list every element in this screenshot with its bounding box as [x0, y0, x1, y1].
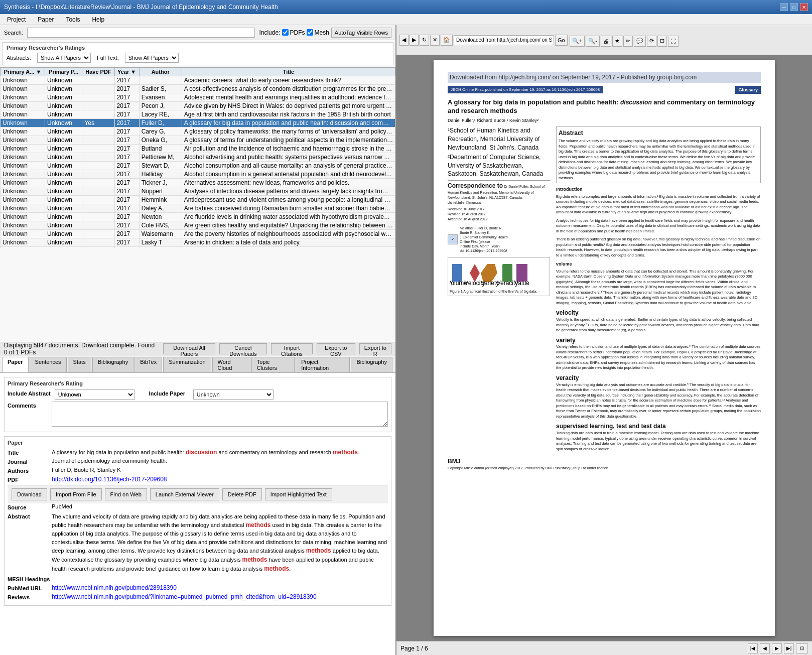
pdf-zoom-in[interactable]: 🔍+: [570, 36, 585, 47]
include-abstract-select[interactable]: Unknown: [55, 389, 135, 400]
launch-external-viewer-btn[interactable]: Launch External Viewer: [150, 488, 219, 500]
veracity-section: veracity Veracity is ensuring big data a…: [556, 374, 761, 419]
pdf-url-bar[interactable]: [454, 35, 554, 45]
pdf-back-btn[interactable]: ◀: [399, 35, 409, 46]
table-row[interactable]: UnknownUnknown2017Tickner J,Alternatives…: [1, 179, 395, 187]
pubmed-link[interactable]: http://www.ncbi.nlm.nih.gov/pubmed/28918…: [52, 584, 177, 591]
export-csv-btn[interactable]: Export to CSV: [317, 343, 355, 354]
table-cell-4: Daley A,: [139, 204, 182, 213]
download-all-btn[interactable]: Download All Papers: [163, 343, 215, 354]
table-cell-4: Halliday: [139, 170, 182, 179]
table-row[interactable]: UnknownUnknown2017NoppertAnalyses of inf…: [1, 187, 395, 196]
table-row[interactable]: UnknownUnknown2017HemminkAntidepressant …: [1, 196, 395, 204]
import-from-file-btn[interactable]: Import From File: [50, 488, 102, 500]
pdf-rotate[interactable]: ⟳: [647, 36, 656, 47]
pdf-footer: Page 1 / 6 |◀ ◀ ▶ ▶| ⊡: [396, 641, 812, 655]
delete-pdf-btn[interactable]: Delete PDF: [222, 488, 262, 500]
col-header-title[interactable]: Title: [182, 68, 395, 76]
minimize-button[interactable]: ─: [780, 3, 788, 11]
reviews-link[interactable]: http://www.ncbi.nlm.nih.gov/pubmed/?link…: [52, 593, 317, 600]
tab-bibtex[interactable]: BibTex: [134, 357, 162, 372]
tab-project-info[interactable]: Project Information: [296, 357, 350, 372]
table-row[interactable]: UnknownUnknownYes2017Fuller D,A glossary…: [1, 119, 395, 127]
pdf-first-page[interactable]: |◀: [748, 643, 758, 653]
pdf-next-page[interactable]: ▶: [772, 643, 782, 653]
table-row[interactable]: UnknownUnknown2017Pecon J,Advice given b…: [1, 102, 395, 110]
table-row[interactable]: UnknownUnknown2017Daley A,Are babies con…: [1, 204, 395, 213]
pdf-refresh-btn[interactable]: ↻: [420, 35, 429, 46]
pdf-fit-page[interactable]: ⊡: [657, 36, 667, 47]
pdf-bookmark[interactable]: ★: [612, 36, 622, 47]
pdf-comment[interactable]: 💬: [634, 36, 646, 47]
pdf-zoom-out[interactable]: 🔍-: [586, 36, 600, 47]
abstract-value: The volume and velocity of data are grow…: [52, 512, 388, 574]
table-row[interactable]: UnknownUnknown2017Petticrew M,Alcohol ad…: [1, 153, 395, 162]
table-cell-5: Are green cities healthy and equitable? …: [182, 221, 395, 230]
pdf-print[interactable]: 🖨: [601, 36, 611, 47]
pdf-fullscreen[interactable]: ⛶: [668, 36, 679, 47]
table-row[interactable]: UnknownUnknown2017Cole HVS,Are green cit…: [1, 221, 395, 230]
tab-bibliography[interactable]: Bibliography: [92, 357, 134, 372]
col-header-year[interactable]: Year ▼: [114, 68, 139, 76]
menu-tools[interactable]: Tools: [63, 15, 83, 24]
import-highlighted-text-btn[interactable]: Import Highlighted Text: [265, 488, 332, 500]
tab-bibliography2[interactable]: Bibliography: [351, 357, 392, 372]
col-header-primary-p[interactable]: Primary P...: [45, 68, 82, 76]
table-row[interactable]: UnknownUnknown2017Carey G,A glossary of …: [1, 127, 395, 136]
pdf-home-btn[interactable]: 🏠: [441, 35, 453, 46]
papers-table-wrapper[interactable]: Primary A... ▼ Primary P... Have PDF Yea…: [0, 67, 395, 248]
menu-paper[interactable]: Paper: [35, 15, 57, 24]
pdf-go-btn[interactable]: Go: [555, 35, 568, 46]
download-btn[interactable]: Download: [12, 488, 47, 500]
fulltext-select[interactable]: Show All Papers: [125, 53, 179, 63]
col-header-have-pdf[interactable]: Have PDF: [82, 68, 114, 76]
col-header-primary-a[interactable]: Primary A... ▼: [1, 68, 45, 76]
pdf-zoom-fit[interactable]: ⊡: [796, 643, 808, 653]
table-row[interactable]: UnknownUnknown2017ButlandAir pollution a…: [1, 145, 395, 153]
table-row[interactable]: UnknownUnknown2017WalsemannAre the pover…: [1, 230, 395, 238]
cancel-downloads-btn[interactable]: Cancel Downloads: [219, 343, 267, 354]
tab-sentences[interactable]: Sentences: [30, 357, 67, 372]
table-row[interactable]: UnknownUnknown2017KantersAssessing the m…: [1, 247, 395, 248]
pdf-forward-btn[interactable]: ▶: [410, 35, 419, 46]
table-row[interactable]: UnknownUnknown2017Lasky TArsenic in chic…: [1, 238, 395, 247]
table-row[interactable]: UnknownUnknown2017Stewart D,Alcohol cons…: [1, 162, 395, 170]
tab-stats[interactable]: Stats: [68, 357, 91, 372]
table-cell-0: Unknown: [1, 213, 45, 221]
search-input[interactable]: [27, 28, 255, 38]
pdf-viewer[interactable]: Downloaded from http://jech.bmj.com/ on …: [396, 55, 812, 641]
pdf-highlight[interactable]: ✏: [623, 36, 633, 47]
table-row[interactable]: UnknownUnknown2017Sadler S,A cost-effect…: [1, 85, 395, 93]
mesh-checkbox[interactable]: [307, 29, 313, 36]
include-paper-select[interactable]: Unknown: [193, 389, 274, 400]
close-button[interactable]: ✕: [800, 3, 808, 11]
table-cell-1: Unknown: [45, 102, 82, 110]
pdf-link[interactable]: http://dx.doi.org/10.1136/jech-2017-2096…: [52, 476, 167, 483]
pdf-prev-page[interactable]: ◀: [760, 643, 770, 653]
abstracts-select[interactable]: Show All Papers: [37, 53, 91, 63]
tab-summarization[interactable]: Summarization: [163, 357, 211, 372]
tab-paper[interactable]: Paper: [2, 357, 29, 372]
import-citations-btn[interactable]: Import Citations: [271, 343, 313, 354]
table-row[interactable]: UnknownUnknown2017Academic careers: what…: [1, 76, 395, 85]
export-r-btn[interactable]: Export to R: [359, 343, 391, 354]
find-on-web-btn[interactable]: Find on Web: [105, 488, 147, 500]
pdfs-checkbox[interactable]: [282, 29, 289, 36]
menu-help[interactable]: Help: [89, 15, 107, 24]
table-cell-2: [82, 76, 114, 85]
table-row[interactable]: UnknownUnknown2017NewtonAre fluoride lev…: [1, 213, 395, 221]
tab-word-cloud[interactable]: Word Cloud: [212, 357, 250, 372]
comments-textarea[interactable]: [52, 402, 388, 427]
table-row[interactable]: UnknownUnknown2017EvansenAdolescent ment…: [1, 93, 395, 102]
table-row[interactable]: UnknownUnknown2017HallidayAlcohol consum…: [1, 170, 395, 179]
auto-tag-button[interactable]: AutoTag Visible Rows: [331, 28, 391, 38]
maximize-button[interactable]: □: [790, 3, 798, 11]
tab-topic-clusters[interactable]: Topic Clusters: [251, 357, 295, 372]
table-row[interactable]: UnknownUnknown2017Lacey RE,Age at first …: [1, 110, 395, 119]
status-bar: Displaying 5847 documents. Download comp…: [0, 342, 395, 356]
col-header-author[interactable]: Author: [139, 68, 182, 76]
pdf-last-page[interactable]: ▶|: [784, 643, 794, 653]
table-row[interactable]: UnknownUnknown2017Oneka G,A glossary of …: [1, 136, 395, 145]
menu-project[interactable]: Project: [4, 15, 29, 24]
pdf-stop-btn[interactable]: ✕: [430, 35, 440, 46]
